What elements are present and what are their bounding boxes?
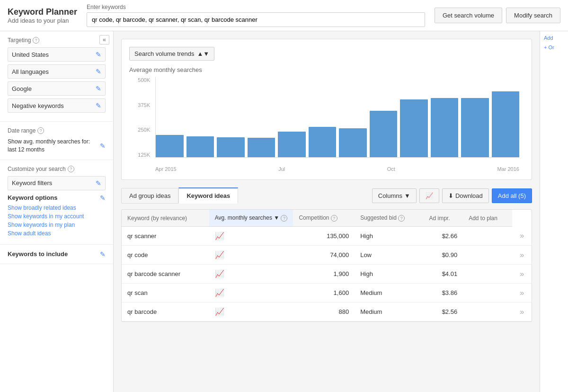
y-label-250k: 250K [138, 127, 150, 133]
avg-monthly-help-icon[interactable]: ? [281, 215, 287, 222]
trend-icon[interactable]: 📈 [215, 289, 224, 297]
keyword-input-section: Enter keywords [87, 4, 425, 27]
edit-keywords-to-include-icon[interactable]: ✎ [100, 250, 106, 258]
cell-trend: 📈 [209, 246, 293, 265]
competition-help-icon[interactable]: ? [331, 215, 337, 222]
add-all-button[interactable]: Add all (5) [492, 188, 532, 203]
table-row: qr scanner 📈 135,000 High $2.66 » [122, 227, 532, 246]
edit-keyword-options-icon[interactable]: ✎ [100, 194, 106, 202]
date-range-section: Date range ? Show avg. monthly searches … [0, 122, 113, 160]
targeting-help-icon[interactable]: ? [33, 37, 39, 44]
keyword-input[interactable] [87, 12, 425, 27]
header: Keyword Planner Add ideas to your plan E… [0, 0, 568, 31]
chart-bar[interactable] [370, 111, 398, 157]
chart-dropdown-label: Search volume trends [134, 50, 194, 57]
col-avg-monthly[interactable]: Avg. monthly searches ▼ ? [209, 210, 293, 227]
google-item[interactable]: Google ✎ [8, 81, 106, 96]
trend-icon[interactable]: 📈 [215, 232, 224, 240]
cell-ad-impr [463, 246, 512, 265]
x-label-apr2015: Apr 2015 [155, 166, 177, 172]
chart-bar[interactable] [492, 91, 520, 157]
date-range-help-icon[interactable]: ? [37, 127, 44, 134]
cell-suggested-bid: $2.66 [423, 227, 463, 246]
trend-icon[interactable]: 📈 [215, 308, 224, 316]
sidebar: « Targeting ? United States ✎ All langua… [0, 31, 114, 392]
download-button[interactable]: ⬇ Download [442, 188, 489, 203]
sidebar-collapse-button[interactable]: « [99, 35, 109, 45]
header-branding: Keyword Planner Add ideas to your plan [8, 7, 77, 24]
cell-competition: Medium [355, 303, 423, 321]
chart-mini-button[interactable]: 📈 [419, 188, 439, 203]
x-label-mar2016: Mar 2016 [497, 166, 519, 172]
cell-add-to-plan[interactable]: » [512, 303, 532, 321]
chart-bar[interactable] [186, 136, 214, 157]
edit-network-icon[interactable]: ✎ [96, 85, 101, 92]
add-to-plan-arrow[interactable]: » [520, 251, 524, 259]
chart-bar[interactable] [431, 98, 459, 157]
customize-help-icon[interactable]: ? [68, 166, 74, 172]
chart-bar[interactable] [217, 137, 245, 157]
chart-bar[interactable] [339, 128, 367, 157]
or-hint[interactable]: + Or [544, 45, 564, 50]
cell-ad-impr [463, 303, 512, 321]
cell-avg-monthly: 1,600 [293, 284, 355, 303]
add-to-plan-arrow[interactable]: » [520, 270, 524, 278]
trend-icon[interactable]: 📈 [215, 251, 224, 259]
cell-add-to-plan[interactable]: » [512, 227, 532, 246]
negative-keywords-item[interactable]: Negative keywords ✎ [8, 98, 106, 113]
edit-country-icon[interactable]: ✎ [96, 51, 101, 58]
all-languages-item[interactable]: All languages ✎ [8, 64, 106, 79]
sort-icon: ▼ [274, 214, 279, 221]
trend-icon[interactable]: 📈 [215, 270, 224, 278]
cell-competition: High [355, 227, 423, 246]
show-my-plan-link[interactable]: Show keywords in my plan [8, 222, 106, 228]
show-adult-link[interactable]: Show adult ideas [8, 230, 106, 237]
tab-ad-group-ideas[interactable]: Ad group ideas [121, 188, 178, 204]
show-broadly-link[interactable]: Show broadly related ideas [8, 205, 106, 211]
add-to-plan-arrow[interactable]: » [520, 308, 524, 316]
edit-keyword-filters-icon[interactable]: ✎ [96, 179, 101, 187]
edit-date-range-icon[interactable]: ✎ [100, 142, 106, 150]
modify-search-button[interactable]: Modify search [506, 8, 560, 23]
avg-monthly-label: Average monthly searches [129, 66, 524, 73]
chart-bar[interactable] [278, 132, 306, 157]
united-states-item[interactable]: United States ✎ [8, 47, 106, 62]
google-label: Google [12, 85, 32, 92]
chart-mini-icon: 📈 [426, 192, 433, 199]
cell-add-to-plan[interactable]: » [512, 265, 532, 284]
cell-competition: Low [355, 246, 423, 265]
col-keyword: Keyword (by relevance) [122, 210, 209, 227]
search-volume-trends-dropdown[interactable]: Search volume trends ▲▼ [129, 47, 214, 61]
table-header-row: Keyword (by relevance) Avg. monthly sear… [122, 210, 532, 227]
chart-bar[interactable] [400, 99, 428, 157]
cell-add-to-plan[interactable]: » [512, 284, 532, 303]
show-my-account-link[interactable]: Show keywords in my account [8, 213, 106, 220]
download-icon: ⬇ [448, 192, 453, 199]
tab-keyword-ideas[interactable]: Keyword ideas [178, 187, 238, 204]
get-search-volume-button[interactable]: Get search volume [435, 8, 502, 23]
header-actions: Get search volume Modify search [435, 8, 560, 23]
y-label-375k: 375K [138, 102, 150, 108]
add-to-plan-arrow[interactable]: » [520, 232, 524, 240]
suggested-bid-help-icon[interactable]: ? [398, 215, 405, 222]
keyword-filters-item[interactable]: Keyword filters ✎ [8, 176, 106, 190]
chart-bar[interactable] [156, 135, 184, 157]
keyword-ideas-table: Keyword (by relevance) Avg. monthly sear… [121, 209, 532, 322]
edit-negative-keywords-icon[interactable]: ✎ [96, 102, 101, 109]
keywords-to-include-label: Keywords to include [8, 250, 68, 258]
cell-suggested-bid: $2.56 [423, 303, 463, 321]
col-suggested-bid[interactable]: Suggested bid ? [355, 210, 423, 227]
chart-bar[interactable] [309, 127, 337, 157]
cell-add-to-plan[interactable]: » [512, 246, 532, 265]
chart-bar[interactable] [461, 98, 489, 157]
col-competition[interactable]: Competition ? [293, 210, 355, 227]
columns-button[interactable]: Columns ▼ [372, 188, 417, 203]
add-to-plan-arrow[interactable]: » [520, 289, 524, 297]
right-panel: Add + Or [540, 31, 568, 392]
keyword-options-label: Keyword options [8, 194, 57, 201]
app-subtitle: Add ideas to your plan [8, 17, 77, 24]
chart-bar[interactable] [248, 138, 275, 157]
col-ad-impr[interactable]: Ad impr. [423, 210, 463, 227]
edit-language-icon[interactable]: ✎ [96, 68, 101, 75]
main-content: Search volume trends ▲▼ Average monthly … [114, 31, 540, 392]
